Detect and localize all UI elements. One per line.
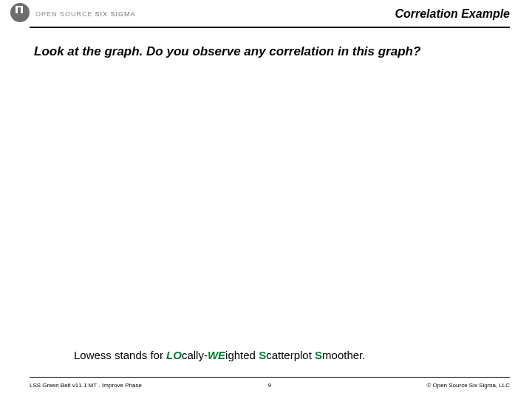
lowess-we: WE (208, 349, 225, 361)
footer-row: LSS Green Belt v11.1 MT - Improve Phase … (30, 382, 510, 389)
slide: OPEN SOURCESIX SIGMA Correlation Example… (0, 0, 532, 399)
lowess-s2: S (315, 349, 322, 361)
lowess-catterplot: catterplot (266, 349, 315, 361)
lowess-ighted: ighted (225, 349, 259, 361)
page-title: Correlation Example (395, 7, 510, 21)
header-divider (30, 27, 510, 28)
logo-word-1: OPEN SOURCE (35, 10, 93, 18)
footer: LSS Green Belt v11.1 MT - Improve Phase … (30, 377, 510, 389)
logo-text: OPEN SOURCESIX SIGMA (35, 6, 136, 19)
footer-divider (30, 377, 510, 378)
header: OPEN SOURCESIX SIGMA Correlation Example (0, 0, 532, 31)
lowess-prefix: Lowess stands for (74, 349, 166, 361)
logo: OPEN SOURCESIX SIGMA (10, 3, 136, 22)
lowess-moother: moother. (322, 349, 365, 361)
page-number: 9 (268, 382, 271, 389)
footer-left: LSS Green Belt v11.1 MT - Improve Phase (30, 382, 142, 389)
logo-mark-icon (10, 3, 30, 22)
question-text: Look at the graph. Do you observe any co… (34, 44, 420, 59)
logo-word-2: SIX SIGMA (95, 10, 136, 18)
lowess-lo: LO (166, 349, 182, 361)
lowess-cally: cally- (182, 349, 208, 361)
lowess-s1: S (259, 349, 266, 361)
lowess-definition: Lowess stands for LOcally-WEighted Scatt… (74, 349, 365, 361)
footer-right: © Open Source Six Sigma, LLC (426, 382, 510, 389)
